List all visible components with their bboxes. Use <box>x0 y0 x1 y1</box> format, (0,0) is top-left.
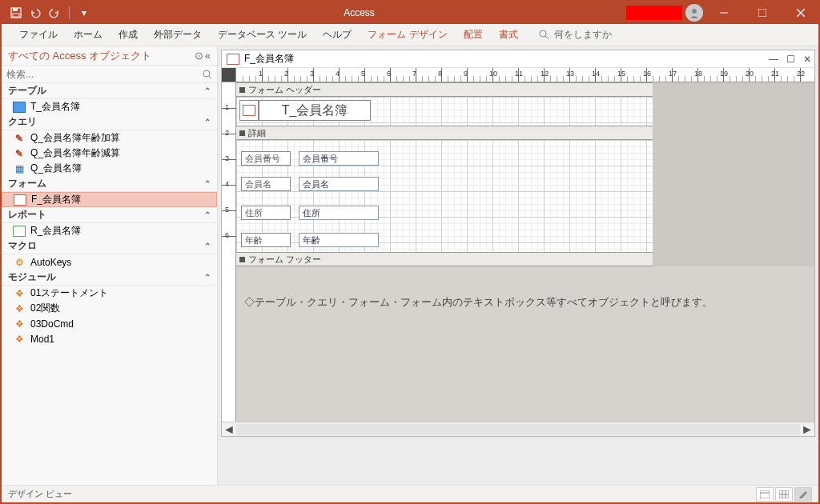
svg-rect-1 <box>13 8 18 11</box>
horizontal-scrollbar[interactable]: ◄ ► <box>222 422 814 436</box>
design-surface: 123456 フォーム ヘッダー T_会員名簿 詳細 会員番号 <box>222 82 814 422</box>
svg-line-9 <box>545 36 549 39</box>
action-query-icon: ✎ <box>13 148 26 159</box>
chevron-up-icon: ⌃ <box>204 86 211 95</box>
group-tables[interactable]: テーブル⌃ <box>2 83 217 99</box>
nav-collapse-icon[interactable]: « <box>205 50 211 62</box>
module-item[interactable]: ❖02関数 <box>2 301 217 316</box>
action-query-icon: ✎ <box>13 133 26 144</box>
module-item[interactable]: ❖01ステートメント <box>2 286 217 301</box>
ruler-corner[interactable] <box>222 68 236 82</box>
select-query-icon: ▦ <box>13 163 26 174</box>
svg-rect-2 <box>13 14 19 17</box>
macro-icon: ⚙ <box>13 257 26 268</box>
svg-point-3 <box>692 9 697 14</box>
form-logo-control[interactable] <box>239 100 259 121</box>
form-title-control[interactable]: T_会員名簿 <box>259 100 371 121</box>
query-item[interactable]: ▦Q_会員名簿 <box>2 161 217 176</box>
qat-customize-icon[interactable]: ▾ <box>76 5 92 21</box>
form-item[interactable]: F_会員名簿 <box>2 192 217 207</box>
label-control[interactable]: 年齢 <box>241 233 291 247</box>
app-window: ▾ Access ファイル ホーム 作成 外部データ データベース ツール ヘル… <box>0 0 820 504</box>
table-item[interactable]: T_会員名簿 <box>2 99 217 114</box>
form-view-button[interactable] <box>756 487 774 502</box>
nav-dropdown-icon[interactable]: ⊙ <box>195 50 203 62</box>
textbox-control[interactable]: 会員名 <box>299 177 379 191</box>
group-macros[interactable]: マクロ⌃ <box>2 238 217 254</box>
search-icon <box>539 30 549 40</box>
tab-external[interactable]: 外部データ <box>146 24 210 46</box>
doc-titlebar: F_会員名簿 — ☐ ✕ <box>222 50 814 68</box>
textbox-control[interactable]: 住所 <box>299 206 379 220</box>
textbox-control[interactable]: 会員番号 <box>299 151 379 166</box>
vertical-ruler[interactable]: 123456 <box>222 82 236 422</box>
doc-maximize-button[interactable]: ☐ <box>786 54 795 65</box>
ribbon-tabs: ファイル ホーム 作成 外部データ データベース ツール ヘルプ フォーム デザ… <box>2 24 818 46</box>
section-footer[interactable]: ◇テーブル・クエリ・フォーム・フォーム内のテキストボックス等すべてオブジェクトと… <box>236 266 814 422</box>
doc-close-button[interactable]: ✕ <box>803 54 811 65</box>
undo-icon[interactable] <box>27 5 43 21</box>
chevron-up-icon: ⌃ <box>204 118 211 126</box>
section-detail[interactable]: 会員番号 会員番号 会員名 会員名 住所 住所 年齢 年齢 <box>236 140 653 252</box>
chevron-up-icon: ⌃ <box>204 210 211 219</box>
save-icon[interactable] <box>8 5 24 21</box>
horizontal-ruler[interactable]: 12345678910111213141516171819202122 <box>236 68 814 82</box>
redo-icon[interactable] <box>46 5 62 21</box>
query-item[interactable]: ✎Q_会員名簿年齢加算 <box>2 130 217 146</box>
group-reports[interactable]: レポート⌃ <box>2 207 217 223</box>
module-item[interactable]: ❖Mod1 <box>2 331 217 346</box>
svg-rect-5 <box>758 9 766 17</box>
module-icon: ❖ <box>13 318 26 330</box>
chevron-up-icon: ⌃ <box>204 179 211 188</box>
form-icon <box>14 194 26 206</box>
nav-search[interactable] <box>2 66 217 83</box>
user-avatar[interactable] <box>685 4 703 22</box>
tell-me-search[interactable]: 何をしますか <box>539 28 612 42</box>
status-mode: デザイン ビュー <box>8 488 72 500</box>
section-header[interactable]: T_会員名簿 <box>236 97 653 126</box>
annotation-text: ◇テーブル・クエリ・フォーム・フォーム内のテキストボックス等すべてオブジェクトと… <box>244 295 713 310</box>
doc-title: F_会員名簿 <box>244 52 294 66</box>
tab-help[interactable]: ヘルプ <box>315 24 360 46</box>
group-modules[interactable]: モジュール⌃ <box>2 270 217 286</box>
module-item[interactable]: ❖03DoCmd <box>2 316 217 331</box>
maximize-button[interactable] <box>745 2 780 24</box>
minimize-button[interactable] <box>706 2 742 24</box>
label-control[interactable]: 住所 <box>241 206 291 220</box>
view-switcher <box>756 487 812 502</box>
tab-dbtools[interactable]: データベース ツール <box>210 24 315 46</box>
design-view-button[interactable] <box>794 487 812 502</box>
nav-title: すべての Access オブジェクト <box>8 49 151 63</box>
scroll-right-icon[interactable]: ► <box>800 423 814 436</box>
tab-arrange[interactable]: 配置 <box>456 24 491 46</box>
tab-create[interactable]: 作成 <box>111 24 146 46</box>
label-control[interactable]: 会員番号 <box>241 151 291 166</box>
tab-home[interactable]: ホーム <box>66 24 111 46</box>
query-item[interactable]: ✎Q_会員名簿年齢減算 <box>2 146 217 161</box>
report-item[interactable]: R_会員名簿 <box>2 223 217 238</box>
nav-header[interactable]: すべての Access オブジェクト ⊙« <box>2 46 217 66</box>
group-queries[interactable]: クエリ⌃ <box>2 114 217 130</box>
svg-rect-12 <box>760 490 770 498</box>
tab-format[interactable]: 書式 <box>491 24 526 46</box>
close-button[interactable] <box>783 2 818 24</box>
table-icon <box>13 102 26 113</box>
label-control[interactable]: 会員名 <box>241 177 291 191</box>
tab-file[interactable]: ファイル <box>11 24 66 46</box>
svg-line-11 <box>209 76 211 78</box>
tab-form-design[interactable]: フォーム デザイン <box>360 24 455 46</box>
report-icon <box>13 226 26 237</box>
app-title: Access <box>92 7 626 18</box>
textbox-control[interactable]: 年齢 <box>299 233 379 247</box>
datasheet-view-button[interactable] <box>775 487 793 502</box>
nav-search-input[interactable] <box>6 69 203 80</box>
doc-minimize-button[interactable]: — <box>769 54 778 65</box>
search-icon <box>203 70 212 79</box>
macro-item[interactable]: ⚙AutoKeys <box>2 254 217 270</box>
chevron-up-icon: ⌃ <box>204 273 211 282</box>
scroll-left-icon[interactable]: ◄ <box>222 423 236 436</box>
chevron-up-icon: ⌃ <box>204 242 211 250</box>
quick-access-toolbar: ▾ <box>2 5 92 21</box>
form-design-window: F_会員名簿 — ☐ ✕ 123456789101112131415161718… <box>221 50 815 437</box>
group-forms[interactable]: フォーム⌃ <box>2 176 217 192</box>
